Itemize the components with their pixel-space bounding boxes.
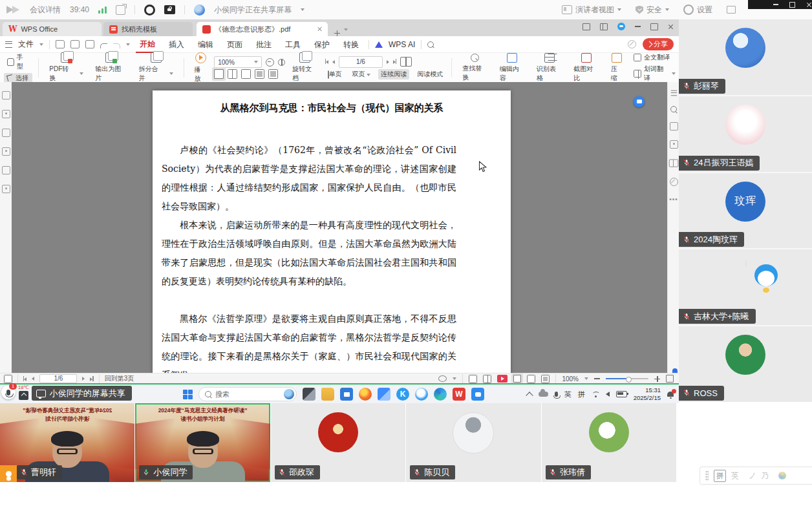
security-button[interactable]: 安全	[636, 5, 669, 16]
wps-maximize-icon[interactable]	[650, 23, 658, 30]
speaker-view-button[interactable]: 演讲者视图	[562, 5, 621, 16]
view-options-icon[interactable]	[438, 375, 447, 382]
more-icon[interactable]: •••	[669, 196, 678, 203]
document-area[interactable]: 从黑格尔到马克思：市民社会与（现代）国家的关系 卢梭的《社会契约论》（1762年…	[12, 82, 667, 373]
minimize-icon[interactable]	[773, 4, 778, 5]
participant-tile[interactable]: 玟珲 2024陶玟珲	[679, 173, 812, 249]
edge-icon[interactable]	[434, 388, 447, 401]
print-icon[interactable]	[85, 40, 94, 48]
meeting-details-button[interactable]: 会议详情	[30, 5, 61, 16]
zoom-in-icon[interactable]	[278, 59, 285, 66]
cloud-sync-icon[interactable]	[617, 23, 625, 30]
fit-width-icon[interactable]	[228, 69, 237, 79]
participant-tile[interactable]: 彭丽琴	[679, 19, 812, 95]
new-tab-icon[interactable]	[334, 30, 340, 36]
participant-tile[interactable]: 24吕振羽王语嫣	[679, 96, 812, 172]
chevron-down-icon[interactable]	[453, 377, 456, 380]
ime-toolbar[interactable]: 拼 英 ノ乃	[700, 467, 812, 485]
battery-icon[interactable]	[616, 391, 627, 397]
tab-document[interactable]: 《德意志意识形态》.pdf	[197, 22, 328, 36]
taskbar-clock[interactable]: 15:31 2025/2/15	[634, 386, 661, 402]
first-page-icon[interactable]	[23, 375, 27, 383]
file-menu[interactable]: 文件	[18, 39, 34, 50]
undo-icon[interactable]	[100, 43, 107, 48]
hand-tool-button[interactable]: 手型	[4, 52, 32, 72]
close-icon[interactable]	[806, 2, 812, 8]
edit-content-button[interactable]: 编辑内容	[495, 53, 529, 83]
bookmarks-icon[interactable]	[670, 140, 678, 149]
zoom-slider[interactable]	[606, 378, 648, 379]
wps-close-icon[interactable]	[668, 24, 674, 30]
tab-wps-home[interactable]: W WPS Office	[3, 22, 102, 36]
tab-close-icon[interactable]	[317, 26, 322, 32]
lang-pinyin-indicator[interactable]: 拼	[578, 390, 585, 399]
double-page-button[interactable]: 双页	[350, 69, 374, 79]
zoom-level[interactable]: 100%	[562, 375, 579, 383]
record-icon[interactable]	[144, 5, 155, 16]
wifi-icon[interactable]	[592, 392, 599, 397]
expand-up-icon[interactable]	[19, 391, 28, 400]
rotate-left-icon[interactable]	[255, 69, 264, 79]
rotate-right-icon[interactable]	[268, 69, 278, 79]
prev-page-icon[interactable]	[332, 60, 335, 64]
participant-tile[interactable]: ROSS	[679, 326, 812, 402]
attachment-icon[interactable]	[2, 147, 10, 156]
share-status-badge[interactable]: 小侯同学的屏幕共享	[32, 386, 132, 401]
next-page-icon[interactable]	[387, 60, 389, 64]
video-tile[interactable]: 邵政琛	[271, 403, 405, 482]
eye-protect-icon[interactable]	[628, 40, 636, 48]
pdf-convert-button[interactable]: PDF转换	[45, 52, 88, 83]
presentation-play-button[interactable]	[497, 375, 508, 383]
layers-icon[interactable]	[2, 185, 10, 193]
menu-insert[interactable]: 插入	[165, 37, 188, 52]
speaker-icon[interactable]	[606, 392, 610, 397]
chevron-down-icon[interactable]	[39, 43, 43, 46]
book-view-icon[interactable]	[400, 57, 412, 67]
notification-bell-icon[interactable]	[667, 392, 674, 397]
menu-annotate[interactable]: 批注	[252, 37, 275, 52]
zoom-out-icon[interactable]	[266, 58, 274, 67]
next-page-icon[interactable]	[82, 377, 85, 381]
translate-word-button[interactable]: 划词翻译	[630, 64, 679, 83]
fullscreen-icon[interactable]	[666, 375, 674, 383]
redo-icon[interactable]	[113, 43, 120, 48]
menu-edit[interactable]: 编辑	[194, 37, 217, 52]
kugou-icon[interactable]: K	[396, 388, 409, 401]
rotate-doc-button[interactable]: 旋转文档	[288, 52, 322, 83]
save-icon[interactable]	[70, 40, 80, 48]
single-page-view-icon[interactable]	[469, 375, 477, 383]
tray-mic-icon[interactable]	[555, 392, 558, 397]
video-tile[interactable]: 张玮倩	[542, 403, 676, 482]
hamburger-icon[interactable]	[5, 41, 12, 48]
prev-page-icon[interactable]	[32, 377, 34, 381]
export-image-button[interactable]: 输出为图片	[91, 52, 131, 83]
translate-full-button[interactable]: 全文翻译	[630, 52, 679, 63]
menu-page[interactable]: 页面	[223, 37, 246, 52]
back-to-page-link[interactable]: 回到第3页	[105, 374, 134, 383]
taskbar-search[interactable]: 搜索	[198, 387, 297, 401]
play-button[interactable]: 播放	[190, 52, 212, 83]
ime-menu-icon[interactable]	[778, 472, 786, 479]
booklet-icon[interactable]	[669, 160, 678, 167]
microsoft-store-icon[interactable]	[340, 388, 353, 401]
screenshot-compare-button[interactable]: 截图对比	[569, 53, 603, 83]
lang-en-indicator[interactable]: 英	[564, 390, 572, 399]
thumbnail-panel-icon[interactable]	[4, 375, 12, 383]
fullscreen-icon[interactable]	[727, 6, 736, 14]
chevron-down-icon[interactable]	[301, 8, 304, 11]
video-tile[interactable]: 陈贝贝	[406, 403, 540, 482]
compress-button[interactable]: 压缩	[606, 53, 628, 83]
split-icon[interactable]	[600, 23, 608, 30]
menu-tools[interactable]: 工具	[281, 37, 304, 52]
video-tile[interactable]: 2024年度“马克思主义经典著作研读” 读书小组学习计划 曹明轩	[0, 403, 134, 482]
popout-icon[interactable]	[116, 5, 125, 15]
find-replace-button[interactable]: 查找替换	[458, 54, 492, 82]
widgets-icon[interactable]	[378, 388, 390, 401]
info-icon[interactable]	[670, 178, 678, 186]
start-button[interactable]	[183, 390, 193, 399]
swap-icon[interactable]	[670, 122, 678, 131]
settings-button[interactable]: 设置	[683, 5, 712, 16]
zoom-in-icon[interactable]	[654, 376, 660, 382]
document-page[interactable]: 从黑格尔到马克思：市民社会与（现代）国家的关系 卢梭的《社会契约论》（1762年…	[153, 90, 511, 373]
ime-english-label[interactable]: 英	[731, 470, 743, 481]
